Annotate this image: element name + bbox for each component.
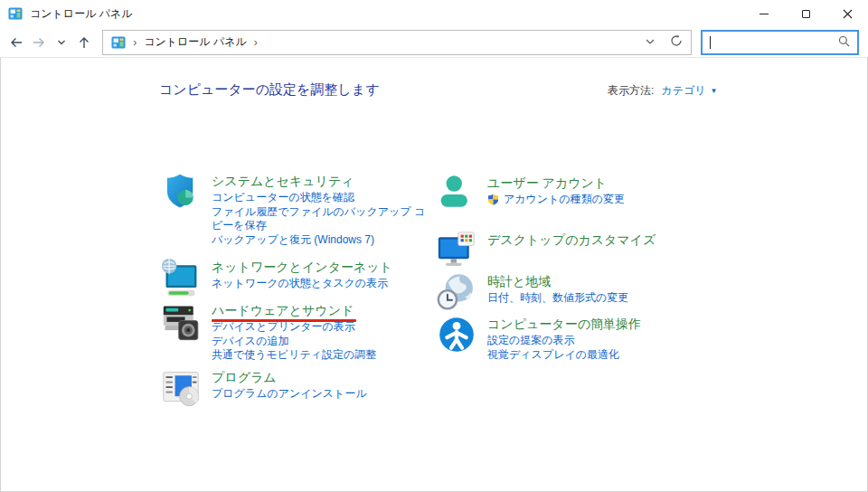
category-block: デスクトップのカスタマイズ [437,231,708,272]
control-panel-icon [8,6,23,21]
task-link[interactable]: 共通で使うモビリティ設定の調整 [212,348,376,363]
category-block: プログラムプログラムのアンインストール [161,368,432,410]
close-button[interactable] [826,0,868,27]
view-by-category-dropdown[interactable]: カテゴリ ▼ [661,83,717,99]
title-bar: コントロール パネル [0,0,868,27]
task-link[interactable]: デバイスの追加 [212,335,376,349]
recent-locations-dropdown[interactable] [51,31,73,54]
task-link[interactable]: ネットワークの状態とタスクの表示 [212,277,392,291]
category-title-link[interactable]: 時計と地域 [487,273,551,289]
window-title: コントロール パネル [30,6,133,22]
category-column-right: ユーザー アカウントアカウントの種類の変更デスクトップのカスタマイズ時計と地域日… [437,174,708,362]
appearance-icon[interactable] [437,231,476,272]
refresh-icon[interactable] [670,34,683,51]
back-button[interactable] [5,31,28,54]
task-link[interactable]: ファイル履歴でファイルのバックアップ コピーを保存 [212,205,432,233]
maximize-button[interactable] [785,0,826,27]
category-title-link[interactable]: ユーザー アカウント [487,175,607,191]
control-panel-home: コンピューターの設定を調整します 表示方法: カテゴリ ▼ システムとセキュリテ… [0,58,868,492]
ease-of-access-icon[interactable] [437,315,476,356]
view-by-label: 表示方法: [608,83,654,99]
category-column-left: システムとセキュリティコンピューターの状態を確認ファイル履歴でファイルのバックア… [161,172,432,410]
search-input[interactable] [701,30,859,55]
breadcrumb-separator[interactable]: › [254,36,258,49]
page-title: コンピューターの設定を調整します [159,81,380,99]
text-caret [710,36,711,49]
category-block: コンピューターの簡単操作設定の提案の表示視覚ディスプレイの最適化 [437,315,708,362]
task-link[interactable]: プログラムのアンインストール [212,387,367,402]
category-block: ハードウェアとサウンドデバイスとプリンターの表示デバイスの追加共通で使うモビリテ… [161,301,432,363]
task-link[interactable]: 視覚ディスプレイの最適化 [487,348,641,363]
hardware-sound-icon[interactable] [161,301,201,343]
category-title-link[interactable]: コンピューターの簡単操作 [487,316,641,332]
up-button[interactable] [72,31,95,54]
task-link[interactable]: 日付、時刻、数値形式の変更 [487,291,628,306]
task-link[interactable]: 設定の提案の表示 [487,334,641,348]
task-link[interactable]: アカウントの種類の変更 [487,193,625,207]
category-title-link[interactable]: ネットワークとインターネット [212,259,392,275]
address-bar[interactable]: › コントロール パネル › [102,30,692,55]
category-block: ネットワークとインターネットネットワークの状態とタスクの表示 [161,258,432,299]
security-shield-icon[interactable] [161,172,201,213]
category-title-link[interactable]: ハードウェアとサウンド [212,302,354,318]
task-link[interactable]: コンピューターの状態を確認 [212,191,432,205]
category-title-link[interactable]: プログラム [212,369,277,385]
window-controls [743,0,868,27]
category-block: システムとセキュリティコンピューターの状態を確認ファイル履歴でファイルのバックア… [161,172,432,247]
clock-region-icon[interactable] [437,272,476,314]
task-link[interactable]: バックアップと復元 (Windows 7) [212,233,432,248]
control-panel-icon [111,35,126,50]
category-title-link[interactable]: デスクトップのカスタマイズ [487,232,656,248]
uac-shield-icon [487,194,499,205]
navigation-toolbar: › コントロール パネル › [0,27,868,58]
category-block: ユーザー アカウントアカウントの種類の変更 [437,174,708,215]
address-dropdown-icon[interactable] [645,34,656,51]
programs-icon[interactable] [161,368,201,410]
category-block: 時計と地域日付、時刻、数値形式の変更 [437,272,708,314]
network-icon[interactable] [161,258,201,299]
breadcrumb-separator: › [133,36,137,49]
minimize-button[interactable] [743,0,785,27]
category-title-link[interactable]: システムとセキュリティ [212,173,354,189]
user-accounts-icon[interactable] [437,174,476,215]
chevron-down-icon: ▼ [710,87,717,95]
search-icon[interactable] [838,34,850,51]
forward-button[interactable] [28,31,51,54]
red-underline-annotation [212,319,356,322]
task-link[interactable]: デバイスとプリンターの表示 [212,320,376,335]
view-by-control: 表示方法: カテゴリ ▼ [608,83,717,99]
breadcrumb-location[interactable]: コントロール パネル [144,34,247,50]
